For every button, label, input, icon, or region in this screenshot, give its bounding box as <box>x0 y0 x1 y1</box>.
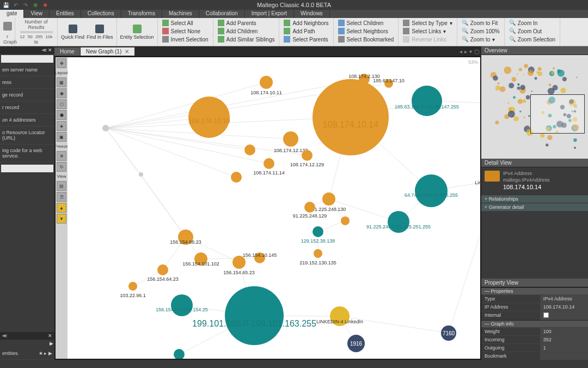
tool-view4[interactable]: ▼ <box>57 214 66 224</box>
graph-node[interactable] <box>128 282 137 291</box>
graph-node[interactable] <box>322 192 335 206</box>
tab-home[interactable]: Home <box>54 47 80 56</box>
collapse-icon[interactable]: ≪ <box>42 47 47 53</box>
gear-icon[interactable]: ✹ <box>41 1 49 9</box>
graph-node[interactable] <box>302 150 313 161</box>
entity-selection-button[interactable]: Entity Selection <box>120 25 154 40</box>
prop-section-properties[interactable]: — Properties <box>481 287 588 294</box>
graph-node[interactable] <box>313 226 323 237</box>
zoom-100-button[interactable]: 🔍Zoom 100% <box>461 27 501 35</box>
tool-layout1[interactable]: ▦ <box>57 77 66 87</box>
refresh-icon[interactable]: ✻ <box>32 1 39 9</box>
menu-investigate[interactable]: gate <box>0 10 24 18</box>
graph-node[interactable] <box>264 158 274 169</box>
tab-right-icon[interactable]: ▸ <box>464 49 467 55</box>
palette-item[interactable]: o Resource Locator (URL) <box>0 126 54 144</box>
menu-view[interactable]: View <box>24 10 50 18</box>
save-icon[interactable]: 💾 <box>2 1 10 9</box>
graph-node[interactable] <box>415 174 448 207</box>
graph-node[interactable] <box>304 202 315 213</box>
quick-find-button[interactable]: Quick Find <box>61 25 84 40</box>
select-by-type-button[interactable]: Select by Type ▾ <box>402 19 453 27</box>
graph-node[interactable] <box>313 79 389 155</box>
graph-node[interactable] <box>314 249 322 258</box>
graph-node[interactable] <box>102 125 109 131</box>
add-parents-button[interactable]: Add Parents <box>217 19 276 27</box>
add-children-button[interactable]: Add Children <box>217 27 276 35</box>
graph-node[interactable] <box>260 76 273 89</box>
graph-node[interactable] <box>388 211 409 233</box>
tab-down-icon[interactable]: ▾ <box>469 49 472 55</box>
select-parents-button[interactable]: Select Parents <box>283 35 329 43</box>
detail-relationships[interactable]: + Relationships <box>481 195 588 203</box>
zoom-out-button[interactable]: 🔍Zoom Out <box>508 27 556 35</box>
graph-node[interactable] <box>244 144 255 155</box>
tool-layout6[interactable]: ▣ <box>57 132 66 142</box>
tool-view3[interactable]: ▲ <box>57 203 66 213</box>
select-links-button[interactable]: Select Links ▾ <box>402 27 453 35</box>
graph-node[interactable] <box>341 216 350 225</box>
tab-max-icon[interactable]: ▢ <box>474 49 479 55</box>
add-neighbors-button[interactable]: Add Neighbors <box>283 19 329 27</box>
palette-item[interactable]: r record <box>0 101 54 114</box>
palette-item[interactable]: ge record <box>0 89 54 101</box>
select-none-button[interactable]: Select None <box>161 27 210 35</box>
tab-left-icon[interactable]: ◂ <box>460 49 462 55</box>
graph-node[interactable] <box>225 286 284 345</box>
tool-refresh[interactable]: ↻ <box>57 162 66 172</box>
select-all-button[interactable]: Select All <box>161 19 210 27</box>
tool-layout5[interactable]: ◈ <box>57 121 66 131</box>
zoom-to-button[interactable]: 🔍Zoom to ▾ <box>461 35 501 43</box>
palette-item[interactable]: ing code for a web service. <box>0 144 54 162</box>
zoom-fit-button[interactable]: 🔍Zoom to Fit <box>461 19 501 27</box>
graph-node[interactable]: 1916 <box>347 335 365 352</box>
tool-view2[interactable]: ☰ <box>57 192 66 202</box>
menu-machines[interactable]: Machines <box>162 10 199 18</box>
menu-collections[interactable]: Collections <box>81 10 121 18</box>
select-children-button[interactable]: Select Children <box>337 19 395 27</box>
menu-entities[interactable]: Entities <box>50 10 81 18</box>
graph-node[interactable] <box>157 264 168 275</box>
tool-view1[interactable]: ▤ <box>57 181 66 191</box>
graph-canvas[interactable]: 108.174.10.14108.174.10.10185.63.144.0-1… <box>68 57 480 359</box>
redo-icon[interactable]: ↷ <box>22 1 29 9</box>
palette-search2[interactable] <box>1 165 53 172</box>
menu-collaboration[interactable]: Collaboration <box>199 10 245 18</box>
tab-new-graph[interactable]: New Graph (1)✕ <box>81 47 135 56</box>
tool-freeze[interactable]: ❄ <box>57 151 66 161</box>
tool-layout4[interactable]: ⬢ <box>57 110 66 120</box>
undo-icon[interactable]: ↶ <box>12 1 20 9</box>
close-tab-icon[interactable]: ✕ <box>125 49 129 55</box>
tool-move[interactable]: ✥ <box>57 58 66 68</box>
graph-node[interactable] <box>231 172 242 183</box>
tool-layout2[interactable]: ◉ <box>57 88 66 98</box>
select-bookmarked-button[interactable]: Select Bookmarked <box>337 35 395 43</box>
zoom-in-button[interactable]: 🔍Zoom In <box>508 19 556 27</box>
graph-node[interactable] <box>174 349 185 359</box>
detail-generator[interactable]: + Generator detail <box>481 203 588 211</box>
find-files-button[interactable]: Find in Files <box>87 25 113 40</box>
star-icon[interactable]: ★ ▸ ▶ <box>39 351 52 356</box>
menu-windows[interactable]: Windows <box>294 10 330 18</box>
invert-selection-button[interactable]: Invert Selection <box>161 35 210 43</box>
graph-node[interactable] <box>139 172 143 177</box>
menu-transforms[interactable]: Transforms <box>121 10 162 18</box>
reverse-links-button[interactable]: Reverse Links <box>402 35 453 43</box>
collapse-icon[interactable]: ≪ <box>2 333 7 339</box>
graph-button[interactable] <box>3 22 12 32</box>
graph-node[interactable] <box>412 86 442 116</box>
close-icon[interactable]: ✕ <box>48 47 52 53</box>
palette-search[interactable] <box>1 55 53 63</box>
overview-minimap[interactable] <box>481 55 588 159</box>
tool-layout3[interactable]: ⬡ <box>57 99 66 109</box>
graph-node[interactable] <box>171 294 193 316</box>
palette-item[interactable]: on 4 addresses <box>0 114 54 126</box>
graph-node[interactable] <box>283 131 298 147</box>
palette-item[interactable]: ress <box>0 76 54 89</box>
palette-item[interactable]: em server name <box>0 64 54 76</box>
graph-node[interactable]: 7160 <box>441 325 456 341</box>
zoom-selection-button[interactable]: 🔍Zoom Selection <box>508 35 556 43</box>
prop-section-graphinfo[interactable]: — Graph info <box>481 320 588 327</box>
select-neighbors-button[interactable]: Select Neighbors <box>337 27 395 35</box>
add-siblings-button[interactable]: Add Similar Siblings <box>217 35 276 43</box>
